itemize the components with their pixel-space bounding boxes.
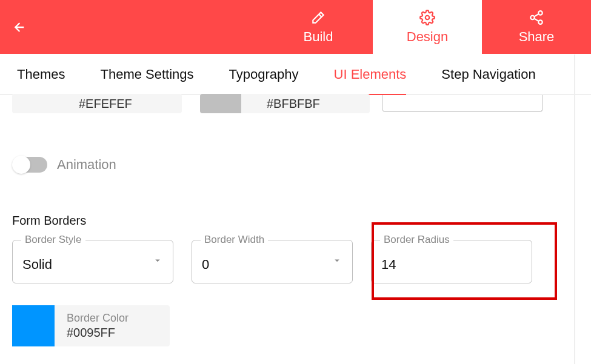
animation-row: Animation [13, 157, 579, 173]
chevron-down-icon [152, 255, 163, 268]
form-borders-title: Form Borders [12, 214, 579, 228]
tab-build[interactable]: Build [264, 0, 373, 54]
border-style-value: Solid [22, 257, 52, 273]
color-chip-efefef[interactable]: #EFEFEF [12, 94, 182, 113]
color-hex-value: #BFBFBF [241, 97, 320, 111]
animation-label: Animation [57, 157, 116, 173]
subnav-step-navigation[interactable]: Step Navigation [441, 55, 535, 94]
subnav-typography[interactable]: Typography [229, 55, 299, 94]
border-style-label: Border Style [21, 234, 85, 246]
chevron-down-icon [332, 255, 342, 268]
border-width-label: Border Width [201, 234, 268, 246]
scrollbar-track[interactable] [574, 55, 575, 364]
color-swatch [200, 94, 241, 113]
tab-share[interactable]: Share [482, 0, 591, 54]
border-radius-label: Border Radius [380, 234, 453, 246]
back-arrow-icon [10, 19, 27, 36]
toggle-knob [12, 156, 30, 174]
border-radius-input[interactable]: Border Radius 14 [371, 240, 532, 283]
edit-icon [310, 10, 326, 25]
border-color-row: Border Color #0095FF [12, 305, 579, 346]
partial-field-bottom [382, 95, 543, 112]
color-swatch [12, 305, 55, 346]
svg-point-0 [426, 15, 430, 19]
border-color-label: Border Color [67, 312, 129, 325]
svg-point-3 [538, 20, 543, 24]
border-radius-value: 14 [381, 257, 396, 273]
subnav: Themes Theme Settings Typography UI Elem… [0, 54, 591, 95]
svg-point-2 [530, 15, 535, 19]
tab-share-label: Share [519, 29, 555, 45]
border-width-select[interactable]: Border Width 0 [192, 240, 353, 283]
svg-point-1 [538, 11, 543, 15]
share-icon [529, 10, 544, 25]
content-area: #EFEFEF #BFBFBF Animation Form Borders B… [0, 95, 591, 359]
tab-design-label: Design [407, 29, 448, 45]
color-swatch [12, 94, 53, 113]
border-color-chip[interactable]: Border Color #0095FF [12, 305, 170, 346]
color-chip-bfbfbf[interactable]: #BFBFBF [200, 94, 370, 113]
partial-color-row: #EFEFEF #BFBFBF [12, 95, 579, 113]
color-hex-value: #EFEFEF [53, 97, 132, 111]
subnav-theme-settings[interactable]: Theme Settings [100, 55, 193, 94]
back-button[interactable] [0, 0, 36, 54]
top-bar: Build Design Share [0, 0, 591, 54]
tab-build-label: Build [304, 29, 333, 45]
border-width-value: 0 [202, 257, 209, 273]
subnav-ui-elements[interactable]: UI Elements [334, 55, 407, 94]
border-color-value: #0095FF [67, 326, 129, 340]
subnav-themes[interactable]: Themes [17, 55, 65, 94]
border-style-select[interactable]: Border Style Solid [12, 240, 173, 283]
gear-icon [419, 10, 435, 25]
animation-toggle[interactable] [13, 157, 47, 173]
tab-design[interactable]: Design [373, 0, 482, 54]
topbar-spacer [36, 0, 264, 54]
form-borders-row: Border Style Solid Border Width 0 Border… [12, 240, 579, 283]
